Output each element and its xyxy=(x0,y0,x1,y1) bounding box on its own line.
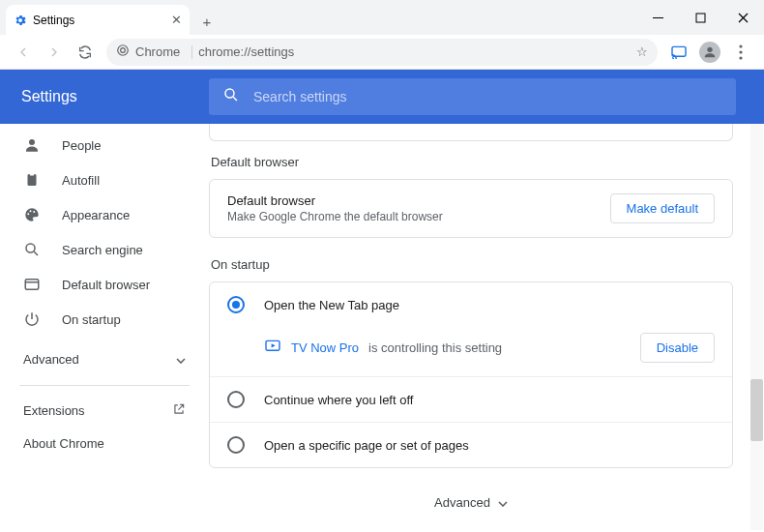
scrollbar-thumb[interactable] xyxy=(750,379,763,441)
controlling-message: is controlling this setting xyxy=(368,340,502,355)
svg-point-10 xyxy=(29,139,35,145)
sidebar-item-autofill[interactable]: Autofill xyxy=(0,163,209,197)
sidebar-advanced-toggle[interactable]: Advanced xyxy=(0,340,209,377)
chevron-down-icon xyxy=(176,352,186,367)
window-maximize-button[interactable] xyxy=(679,0,721,35)
gear-icon xyxy=(14,14,27,27)
disable-extension-button[interactable]: Disable xyxy=(640,333,715,363)
open-external-icon xyxy=(172,402,186,419)
scrollbar-track[interactable] xyxy=(750,124,763,530)
startup-option-specific-page[interactable]: Open a specific page or set of pages xyxy=(210,423,732,467)
search-placeholder: Search settings xyxy=(253,89,347,104)
startup-option-new-tab[interactable]: Open the New Tab page xyxy=(210,282,732,327)
profile-avatar[interactable] xyxy=(699,42,720,63)
divider xyxy=(19,385,190,386)
default-browser-card: Default browser Make Google Chrome the d… xyxy=(209,179,733,238)
startup-option-label: Continue where you left off xyxy=(264,393,413,407)
address-scheme: Chrome xyxy=(135,44,180,59)
reload-button[interactable] xyxy=(72,39,99,66)
sidebar-item-label: Search engine xyxy=(62,243,143,257)
svg-point-16 xyxy=(26,244,35,252)
sidebar-item-default-browser[interactable]: Default browser xyxy=(0,267,209,302)
svg-point-3 xyxy=(121,48,126,53)
sidebar-item-people[interactable]: People xyxy=(0,128,209,163)
browser-tab[interactable]: Settings ✕ xyxy=(6,5,190,35)
extension-control-notice: TV Now Pro is controlling this setting D… xyxy=(210,327,732,376)
svg-point-8 xyxy=(739,56,742,59)
search-icon xyxy=(23,241,41,258)
svg-rect-11 xyxy=(28,174,37,186)
about-label: About Chrome xyxy=(23,436,104,451)
startup-option-continue[interactable]: Continue where you left off xyxy=(210,377,732,422)
chevron-down-icon xyxy=(498,495,508,510)
power-icon xyxy=(23,310,41,328)
sidebar-item-label: On startup xyxy=(62,312,121,327)
make-default-button[interactable]: Make default xyxy=(610,193,715,223)
bookmark-star-icon[interactable]: ☆ xyxy=(636,44,648,59)
svg-point-5 xyxy=(707,46,712,51)
clipboard-icon xyxy=(23,171,41,189)
palette-icon xyxy=(23,206,41,223)
cast-small-icon xyxy=(264,340,281,356)
search-settings-input[interactable]: Search settings xyxy=(209,78,736,115)
window-minimize-button[interactable] xyxy=(636,0,679,35)
default-browser-row-sub: Make Google Chrome the default browser xyxy=(227,210,443,223)
back-button[interactable] xyxy=(10,39,37,66)
window-close-button[interactable] xyxy=(721,0,764,35)
sidebar-item-appearance[interactable]: Appearance xyxy=(0,197,209,232)
svg-point-15 xyxy=(33,211,35,213)
controlling-extension-name[interactable]: TV Now Pro xyxy=(291,340,359,355)
advanced-label: Advanced xyxy=(23,352,79,367)
footer-advanced-toggle[interactable]: Advanced xyxy=(209,484,733,521)
sidebar-about-chrome[interactable]: About Chrome xyxy=(0,427,209,459)
default-browser-row-title: Default browser xyxy=(227,193,443,208)
tab-title: Settings xyxy=(33,14,74,27)
radio-button-icon xyxy=(227,436,245,454)
footer-advanced-label: Advanced xyxy=(434,495,490,510)
svg-marker-19 xyxy=(272,343,276,347)
svg-point-7 xyxy=(739,50,742,53)
search-icon xyxy=(222,86,240,107)
sidebar-item-label: Appearance xyxy=(62,208,130,222)
svg-point-13 xyxy=(27,213,29,215)
chrome-icon xyxy=(116,44,130,60)
person-icon xyxy=(23,136,41,154)
svg-point-9 xyxy=(225,89,234,98)
address-bar[interactable]: Chrome chrome://settings ☆ xyxy=(106,39,658,66)
svg-point-2 xyxy=(118,45,129,56)
svg-rect-12 xyxy=(30,173,35,176)
sidebar-item-label: Autofill xyxy=(62,173,100,188)
section-title-default-browser: Default browser xyxy=(211,155,749,169)
startup-option-label: Open the New Tab page xyxy=(264,298,399,312)
sidebar-item-on-startup[interactable]: On startup xyxy=(0,302,209,337)
svg-rect-1 xyxy=(696,14,705,22)
tab-close-icon[interactable]: ✕ xyxy=(171,13,182,27)
svg-point-14 xyxy=(30,210,32,212)
svg-rect-0 xyxy=(653,17,663,18)
prev-card-stub xyxy=(209,124,733,141)
cast-icon[interactable] xyxy=(665,39,692,66)
separator xyxy=(191,45,192,59)
browser-icon xyxy=(23,276,41,293)
menu-dots-icon[interactable] xyxy=(727,39,754,66)
sidebar-item-label: People xyxy=(62,138,101,153)
new-tab-button[interactable]: + xyxy=(193,8,220,35)
sidebar-extensions[interactable]: Extensions xyxy=(0,394,209,427)
section-title-startup: On startup xyxy=(211,257,749,272)
radio-button-icon xyxy=(227,391,245,408)
svg-rect-17 xyxy=(25,280,39,290)
svg-point-6 xyxy=(739,44,742,47)
address-url: chrome://settings xyxy=(198,44,294,59)
startup-option-label: Open a specific page or set of pages xyxy=(264,438,469,453)
radio-button-icon xyxy=(227,296,245,313)
sidebar-item-search-engine[interactable]: Search engine xyxy=(0,232,209,267)
forward-button[interactable] xyxy=(41,39,68,66)
startup-card: Open the New Tab page TV Now Pro is cont… xyxy=(209,281,733,468)
page-title: Settings xyxy=(21,88,209,105)
sidebar-item-label: Default browser xyxy=(62,278,150,292)
extensions-label: Extensions xyxy=(23,403,85,418)
